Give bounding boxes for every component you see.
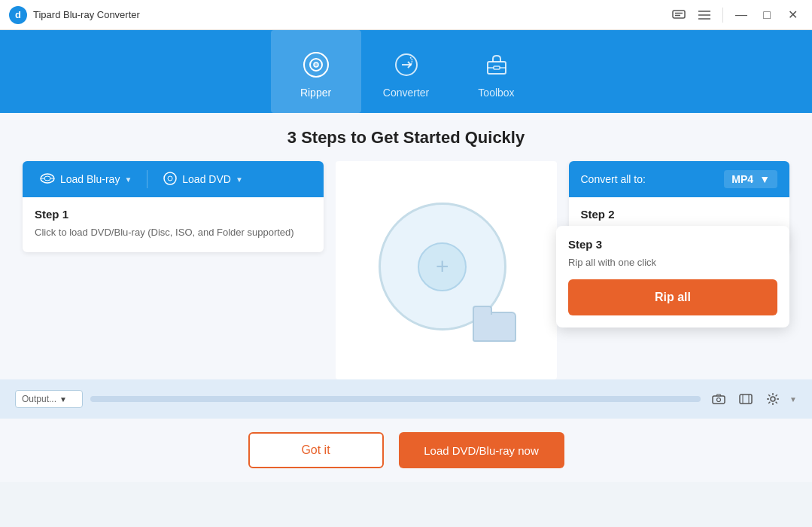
tab-converter[interactable]: Converter: [361, 30, 452, 113]
clip-button[interactable]: [735, 388, 756, 410]
svg-point-25: [771, 397, 775, 401]
tab-bar: Ripper Converter Toolbox: [0, 30, 812, 113]
settings-button[interactable]: [762, 388, 783, 410]
toolbox-icon: [483, 51, 510, 82]
step2-title: Step 2: [581, 208, 778, 221]
rip-all-button[interactable]: Rip all: [568, 279, 777, 315]
snapshot-button[interactable]: [708, 388, 729, 410]
bottom-bar: Output... ▼ ▼: [0, 379, 812, 419]
disc-visual: +: [375, 199, 518, 342]
title-bar: d Tipard Blu-ray Converter — □ ✕: [0, 0, 812, 30]
dvd-icon: [163, 171, 178, 188]
dvd-chevron: ▼: [236, 175, 243, 184]
bottom-controls-right: ▼: [708, 388, 797, 410]
svg-rect-11: [494, 66, 500, 69]
format-value: MP4: [731, 173, 753, 185]
load-dvd-button[interactable]: Load DVD ▼: [157, 168, 249, 191]
svg-point-19: [168, 176, 172, 181]
plus-icon: +: [436, 255, 449, 278]
svg-rect-20: [713, 396, 725, 404]
ripper-label: Ripper: [300, 87, 331, 99]
tab-toolbox[interactable]: Toolbox: [452, 30, 542, 113]
load-dvd-label: Load DVD: [182, 173, 231, 185]
minimize-button[interactable]: —: [731, 5, 752, 26]
step3-popup: Step 3 Rip all with one click Rip all: [556, 226, 789, 327]
format-chevron: ▼: [759, 173, 770, 185]
tab-ripper[interactable]: Ripper: [271, 30, 361, 113]
disc-inner: +: [418, 242, 467, 291]
chat-icon[interactable]: [668, 5, 689, 26]
close-button[interactable]: ✕: [782, 5, 803, 26]
folder-icon: [473, 304, 518, 342]
convert-all-label: Convert all to:: [581, 173, 646, 185]
format-dropdown[interactable]: MP4 ▼: [724, 170, 777, 188]
ripper-icon: [303, 51, 330, 82]
maximize-button[interactable]: □: [756, 5, 777, 26]
load-btn-divider: [147, 170, 147, 188]
step1-header: Load Blu-ray ▼ Load DVD ▼: [23, 161, 324, 197]
step1-card: Load Blu-ray ▼ Load DVD ▼ Step 1: [23, 161, 324, 252]
drop-zone[interactable]: +: [336, 161, 557, 379]
progress-bar: [90, 396, 701, 402]
toolbox-label: Toolbox: [478, 87, 514, 99]
step3-desc: Rip all with one click: [568, 255, 777, 270]
menu-icon[interactable]: [694, 5, 715, 26]
step1-desc: Click to load DVD/Blu-ray (Disc, ISO, an…: [35, 225, 312, 240]
svg-rect-0: [673, 11, 685, 18]
bluray-chevron: ▼: [124, 175, 132, 184]
svg-point-8: [314, 62, 318, 67]
step1-body: Step 1 Click to load DVD/Blu-ray (Disc, …: [23, 197, 324, 252]
load-bluray-label: Load Blu-ray: [60, 173, 120, 185]
step2-header: Convert all to: MP4 ▼: [569, 161, 790, 197]
load-now-button[interactable]: Load DVD/Blu-ray now: [399, 432, 564, 468]
app-title: Tipard Blu-ray Converter: [33, 9, 668, 20]
page-title: 3 Steps to Get Started Quickly: [23, 128, 789, 148]
titlebar-divider: [722, 8, 723, 23]
window-controls: — □ ✕: [668, 5, 803, 26]
got-it-button[interactable]: Got it: [248, 432, 384, 468]
step2-card: Convert all to: MP4 ▼ Step 2 Select the …: [569, 161, 790, 252]
svg-point-21: [717, 398, 721, 402]
svg-rect-22: [740, 394, 752, 404]
load-bluray-button[interactable]: Load Blu-ray ▼: [33, 169, 138, 190]
output-format-chevron: ▼: [59, 395, 67, 404]
step3-title: Step 3: [568, 238, 777, 251]
converter-label: Converter: [383, 87, 429, 99]
converter-icon: [393, 51, 420, 82]
output-format-label: Output...: [22, 394, 56, 404]
footer: Got it Load DVD/Blu-ray now: [0, 419, 812, 482]
output-format-dropdown[interactable]: Output... ▼: [15, 390, 83, 408]
step1-title: Step 1: [35, 208, 312, 221]
svg-point-15: [44, 176, 50, 181]
app-logo: d: [9, 6, 27, 24]
svg-point-18: [164, 172, 176, 184]
bluray-icon: [39, 172, 56, 187]
settings-chevron: ▼: [789, 395, 797, 404]
